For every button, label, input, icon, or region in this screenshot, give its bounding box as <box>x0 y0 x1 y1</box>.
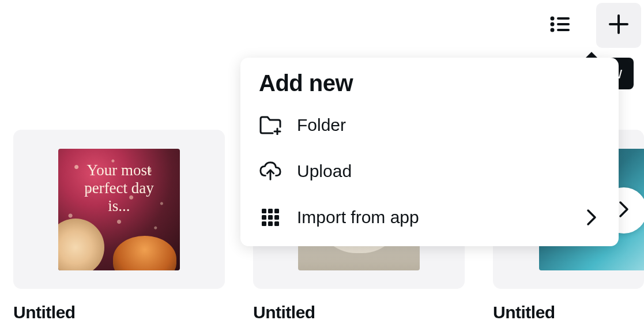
svg-point-2 <box>551 28 555 32</box>
dropdown-item-label: Upload <box>297 161 600 181</box>
card-thumbnail: Your most perfect day is... <box>13 130 225 289</box>
add-new-button[interactable] <box>596 3 641 48</box>
card-title: Untitled <box>493 303 644 320</box>
svg-rect-18 <box>268 221 273 226</box>
list-view-icon <box>549 16 570 35</box>
dropdown-title: Add new <box>240 70 619 102</box>
svg-rect-12 <box>268 209 273 213</box>
card-title: Untitled <box>13 303 225 320</box>
plus-icon <box>609 14 628 36</box>
dropdown-item-folder[interactable]: Folder <box>240 102 619 148</box>
chevron-right-icon <box>619 201 629 220</box>
svg-point-1 <box>551 22 555 27</box>
add-new-dropdown: Add new Folder Upload <box>240 58 619 246</box>
svg-rect-5 <box>557 29 570 31</box>
svg-rect-15 <box>268 215 273 220</box>
list-view-button[interactable] <box>537 3 582 48</box>
svg-rect-16 <box>274 215 279 220</box>
chevron-right-icon <box>583 209 600 226</box>
svg-point-0 <box>551 17 555 21</box>
svg-rect-13 <box>274 209 279 213</box>
svg-rect-19 <box>274 221 279 226</box>
dropdown-item-import-from-app[interactable]: Import from app <box>240 194 619 240</box>
upload-cloud-icon <box>259 160 282 183</box>
svg-rect-17 <box>262 221 266 226</box>
svg-rect-4 <box>557 23 570 25</box>
dropdown-item-label: Folder <box>297 115 600 135</box>
card-title: Untitled <box>253 303 465 320</box>
dropdown-item-label: Import from app <box>297 208 568 227</box>
svg-rect-14 <box>262 215 266 220</box>
dropdown-item-upload[interactable]: Upload <box>240 148 619 194</box>
top-actions <box>537 3 641 48</box>
svg-rect-3 <box>557 17 570 20</box>
svg-rect-7 <box>609 23 628 25</box>
svg-rect-11 <box>262 209 266 213</box>
apps-grid-icon <box>259 206 282 229</box>
thumbnail-text: Your most perfect day is... <box>58 161 180 215</box>
design-card[interactable]: Your most perfect day is... Untitled <box>13 130 225 320</box>
folder-plus-icon <box>259 114 282 137</box>
